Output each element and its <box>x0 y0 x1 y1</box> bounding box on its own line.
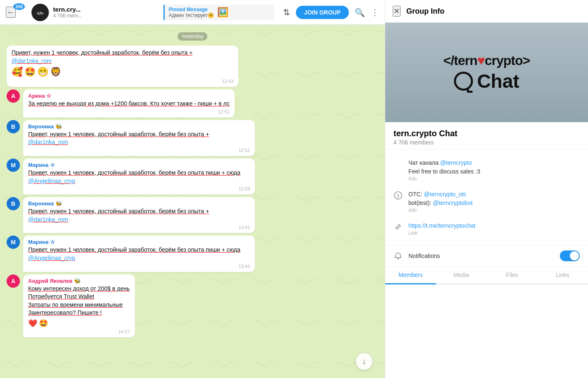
avatar: А <box>7 274 20 288</box>
avatar: М <box>7 159 20 172</box>
tab-media[interactable]: Media <box>436 267 487 284</box>
message-text: Привет, нужен 1 человек, достойный зараб… <box>28 130 250 147</box>
pinned-icon: 🖼️ <box>217 7 228 18</box>
table-row: А Арина ☆ За неделю не выходя из дома +1… <box>7 89 378 118</box>
info-text: Чат канала @terncryptoFeel free to discu… <box>408 159 480 182</box>
avatar: М <box>7 236 20 249</box>
message-bubble: Марина ☆ Привет, нужен 1 человек, достой… <box>23 236 255 272</box>
message-sender: Вероника 🐝 <box>28 123 250 130</box>
svg-text:</>: </> <box>37 11 43 16</box>
link-text-container: https://t.me/terncryptochat Link <box>408 222 475 236</box>
message-text: Привет, нужен 1 человек, достойный зараб… <box>28 169 250 185</box>
message-text: Привет, нужен 1 человек, достойный зараб… <box>28 246 250 262</box>
message-bubble: Марина ☆ Привет, нужен 1 человек, достой… <box>23 159 255 195</box>
message-sender: Андрей Яковлев 🐝 <box>28 278 130 284</box>
info-icon <box>394 159 403 169</box>
panel-title: Group Info <box>406 7 444 16</box>
svg-text:i: i <box>397 193 399 199</box>
info-circle-icon: i <box>394 191 403 200</box>
more-button[interactable]: ⋮ <box>371 7 379 17</box>
search-button[interactable]: 🔍 <box>355 7 365 17</box>
link-label: Link <box>408 230 475 236</box>
message-bubble: Вероника 🐝 Привет, нужен 1 человек, дост… <box>23 120 255 156</box>
message-bubble: Андрей Яковлев 🐝 Кому интересен доход от… <box>23 274 135 337</box>
chat-panel: ← 206 </> tern.cry... 4 706 mem... Pinne… <box>0 0 385 378</box>
message-bubble: Вероника 🐝 Привет, нужен 1 человек, дост… <box>23 197 255 233</box>
chat-subtitle: 4 706 mem... <box>53 13 155 19</box>
date-badge: Yesterday <box>7 32 378 40</box>
message-reactions: ❤️🤩 <box>28 319 130 328</box>
messages-list: Yesterday Привет, нужен 1 человек, досто… <box>7 29 378 337</box>
message-bubble: Арина ☆ За неделю не выходя из дома +120… <box>23 89 235 118</box>
header-actions: ⇅ JOIN GROUP 🔍 ⋮ <box>283 6 379 19</box>
info-row-chat: Чат канала @terncryptoFeel free to discu… <box>394 154 580 186</box>
message-sender: Марина ☆ <box>28 162 250 168</box>
logo-line1: </tern♥crypto> <box>443 53 530 68</box>
table-row: М Марина ☆ Привет, нужен 1 человек, дост… <box>7 236 378 272</box>
info-row-otc: i ОТС: @terncrypto_otcbot(test): @terncr… <box>394 186 580 217</box>
message-time: 12:43 <box>12 79 233 84</box>
otc-text: ОТС: @terncrypto_otcbot(test): @terncryp… <box>408 190 473 213</box>
message-sender: Арина ☆ <box>28 93 230 99</box>
notifications-toggle[interactable] <box>560 250 580 261</box>
table-row: Привет, нужен 1 человек, достойный зараб… <box>7 46 378 87</box>
header-info: tern.cry... 4 706 mem... <box>53 6 155 19</box>
tab-members[interactable]: Members <box>385 267 436 284</box>
group-info-section: Чат канала @terncryptoFeel free to discu… <box>385 149 588 246</box>
notifications-row: Notifications <box>385 246 588 267</box>
message-text: Привет, нужен 1 человек, достойный зараб… <box>12 49 233 65</box>
logo-line2: Chat <box>443 70 530 92</box>
chat-header: ← 206 </> tern.cry... 4 706 mem... Pinne… <box>0 0 385 25</box>
toggle-knob <box>570 251 579 260</box>
notifications-label: Notifications <box>408 253 554 259</box>
pinned-text: Админ тестирует🤗 <box>169 12 214 18</box>
message-text: Привет, нужен 1 человек, достойный зараб… <box>28 207 250 224</box>
channel-link[interactable]: @terncrypto <box>440 159 472 166</box>
otc-label: Info <box>408 207 473 213</box>
filter-button[interactable]: ⇅ <box>283 7 290 17</box>
close-button[interactable]: ✕ <box>393 6 401 17</box>
table-row: А Андрей Яковлев 🐝 Кому интересен доход … <box>7 274 378 337</box>
info-row-link: https://t.me/terncryptochat Link <box>394 217 580 240</box>
message-time: 14:27 <box>28 329 130 334</box>
avatar: В <box>7 120 20 133</box>
chat-title: tern.cry... <box>53 6 155 13</box>
otc-link[interactable]: @terncrypto_otc <box>424 191 466 197</box>
chat-area: Yesterday Привет, нужен 1 человек, досто… <box>0 25 385 378</box>
group-avatar[interactable]: </> <box>31 4 49 21</box>
scroll-down-button[interactable]: ↓ <box>356 353 372 370</box>
message-text: За неделю не выходя из дома +1200 баксов… <box>28 100 230 108</box>
tab-links[interactable]: Links <box>538 267 588 284</box>
join-group-button[interactable]: JOIN GROUP <box>296 6 349 19</box>
group-name: tern.crypto Chat <box>394 129 580 138</box>
group-info-tabs: Members Media Files Links <box>385 267 588 284</box>
unread-badge: 206 <box>13 3 25 10</box>
message-text: Кому интересен доход от 200$ в день Потр… <box>28 285 130 317</box>
table-row: В Вероника 🐝 Привет, нужен 1 человек, до… <box>7 120 378 156</box>
message-sender: Марина ☆ <box>28 239 250 245</box>
tab-files[interactable]: Files <box>487 267 538 284</box>
avatar: А <box>7 89 20 103</box>
message-sender: Вероника 🐝 <box>28 200 250 207</box>
group-logo: </tern♥crypto> Chat <box>385 23 588 122</box>
message-reactions: 🥰🤩😁🦁 <box>12 67 233 77</box>
avatar: В <box>7 197 20 210</box>
message-time: 12:51 <box>28 109 230 114</box>
bell-icon <box>394 252 403 261</box>
message-bubble: Привет, нужен 1 человек, достойный зараб… <box>7 46 238 87</box>
group-info-header: ✕ Group Info <box>385 0 588 23</box>
bot-link[interactable]: @terncryptobot <box>433 200 473 206</box>
message-time: 13:44 <box>28 264 250 269</box>
pinned-message[interactable]: Pinned Message Админ тестирует🤗 🖼️ <box>163 5 275 20</box>
group-info-panel: ✕ Group Info </tern♥crypto> Chat tern.cr… <box>385 0 588 378</box>
link-icon <box>394 222 403 231</box>
info-label: Info <box>408 176 480 182</box>
message-time: 13:41 <box>28 225 250 230</box>
table-row: В Вероника 🐝 Привет, нужен 1 человек, до… <box>7 197 378 233</box>
pinned-label: Pinned Message <box>169 7 214 12</box>
table-row: М Марина ☆ Привет, нужен 1 человек, дост… <box>7 159 378 195</box>
message-time: 12:59 <box>28 186 250 191</box>
group-link[interactable]: https://t.me/terncryptochat <box>408 222 475 229</box>
members-count: 4 706 members <box>394 139 580 146</box>
group-name-section: tern.crypto Chat 4 706 members <box>385 122 588 149</box>
